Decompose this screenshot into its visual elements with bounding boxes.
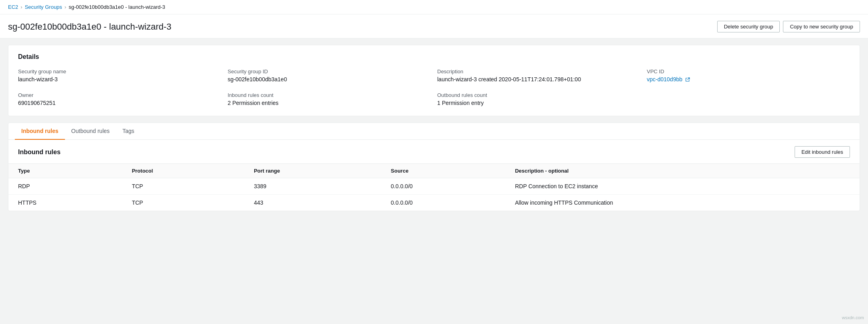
cell-port-range: 443 — [244, 195, 381, 211]
page-header: sg-002fe10b00db3a1e0 - launch-wizard-3 D… — [0, 14, 868, 38]
inbound-count-value: 2 Permission entries — [228, 100, 431, 106]
details-section-title: Details — [18, 53, 850, 60]
vpc-id-label: VPC ID — [647, 68, 850, 74]
cell-port-range: 3389 — [244, 178, 381, 195]
col-source: Source — [381, 164, 505, 178]
breadcrumb-sep-2: › — [65, 4, 66, 10]
tab-inbound-rules[interactable]: Inbound rules — [15, 123, 65, 140]
delete-security-group-button[interactable]: Delete security group — [717, 21, 780, 32]
table-row: RDP TCP 3389 0.0.0.0/0 RDP Connection to… — [8, 178, 860, 195]
sg-name-label: Security group name — [18, 68, 221, 74]
table-row: HTTPS TCP 443 0.0.0.0/0 Allow incoming H… — [8, 195, 860, 211]
owner-value: 690190675251 — [18, 100, 221, 106]
detail-sg-id: Security group ID sg-002fe10b00db3a1e0 — [228, 68, 431, 83]
cell-protocol: TCP — [122, 195, 244, 211]
col-port-range: Port range — [244, 164, 381, 178]
edit-inbound-rules-button[interactable]: Edit inbound rules — [795, 146, 850, 158]
tab-outbound-rules[interactable]: Outbound rules — [65, 123, 116, 140]
tabs-section: Inbound rules Outbound rules Tags Inboun… — [8, 123, 860, 211]
cell-description: RDP Connection to EC2 instance — [505, 178, 860, 195]
inbound-rules-table: Type Protocol Port range Source Descript… — [8, 164, 860, 211]
cell-source: 0.0.0.0/0 — [381, 178, 505, 195]
col-protocol: Protocol — [122, 164, 244, 178]
col-description: Description - optional — [505, 164, 860, 178]
detail-owner: Owner 690190675251 — [18, 92, 221, 106]
description-label: Description — [437, 68, 641, 74]
tab-tags[interactable]: Tags — [116, 123, 141, 140]
outbound-count-label: Outbound rules count — [437, 92, 641, 98]
detail-sg-name: Security group name launch-wizard-3 — [18, 68, 221, 83]
cell-description: Allow incoming HTTPS Communication — [505, 195, 860, 211]
owner-label: Owner — [18, 92, 221, 98]
breadcrumb-current: sg-002fe10b00db3a1e0 - launch-wizard-3 — [69, 4, 165, 10]
breadcrumb-security-groups-link[interactable]: Security Groups — [25, 4, 62, 10]
table-header-row: Type Protocol Port range Source Descript… — [8, 164, 860, 178]
detail-vpc-id: VPC ID vpc-d010d9bb — [647, 68, 850, 83]
watermark: wsxdn.com — [842, 315, 864, 320]
breadcrumb: EC2 › Security Groups › sg-002fe10b00db3… — [0, 0, 868, 14]
sg-name-value: launch-wizard-3 — [18, 76, 221, 83]
col-type: Type — [8, 164, 122, 178]
detail-inbound-count: Inbound rules count 2 Permission entries — [228, 92, 431, 106]
vpc-id-link[interactable]: vpc-d010d9bb — [647, 76, 683, 83]
cell-type: HTTPS — [8, 195, 122, 211]
breadcrumb-ec2-link[interactable]: EC2 — [8, 4, 18, 10]
outbound-count-value: 1 Permission entry — [437, 100, 641, 106]
cell-type: RDP — [8, 178, 122, 195]
cell-protocol: TCP — [122, 178, 244, 195]
page-title: sg-002fe10b00db3a1e0 - launch-wizard-3 — [8, 22, 171, 32]
inbound-rules-section: Inbound rules Edit inbound rules Type Pr… — [8, 140, 860, 211]
copy-to-new-security-group-button[interactable]: Copy to new security group — [783, 21, 860, 32]
details-grid: Security group name launch-wizard-3 Secu… — [18, 68, 850, 106]
detail-description: Description launch-wizard-3 created 2020… — [437, 68, 641, 83]
external-link-icon — [685, 77, 690, 82]
inbound-rules-title: Inbound rules — [18, 149, 61, 156]
breadcrumb-sep-1: › — [20, 4, 22, 10]
header-actions: Delete security group Copy to new securi… — [717, 21, 860, 32]
detail-outbound-count: Outbound rules count 1 Permission entry — [437, 92, 641, 106]
description-value: launch-wizard-3 created 2020-05-11T17:24… — [437, 76, 641, 83]
cell-source: 0.0.0.0/0 — [381, 195, 505, 211]
inbound-count-label: Inbound rules count — [228, 92, 431, 98]
rules-header: Inbound rules Edit inbound rules — [8, 140, 860, 164]
details-card: Details Security group name launch-wizar… — [8, 45, 860, 116]
tabs-bar: Inbound rules Outbound rules Tags — [8, 123, 860, 140]
vpc-id-value: vpc-d010d9bb — [647, 76, 850, 83]
sg-id-label: Security group ID — [228, 68, 431, 74]
sg-id-value: sg-002fe10b00db3a1e0 — [228, 76, 431, 83]
